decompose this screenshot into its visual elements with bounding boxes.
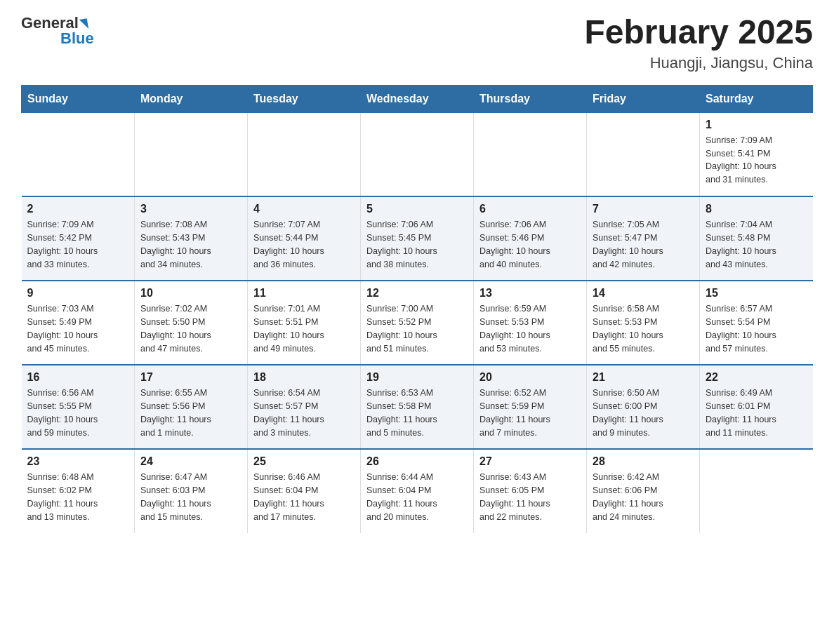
day-number: 21 <box>593 371 694 384</box>
day-info: Sunrise: 6:53 AM Sunset: 5:58 PM Dayligh… <box>366 387 468 439</box>
day-number: 23 <box>27 455 129 468</box>
day-of-week-header: Monday <box>135 85 248 112</box>
day-info: Sunrise: 7:04 AM Sunset: 5:48 PM Dayligh… <box>706 218 807 271</box>
day-number: 12 <box>366 287 468 300</box>
logo-blue-text: Blue <box>60 29 94 48</box>
day-info: Sunrise: 6:50 AM Sunset: 6:00 PM Dayligh… <box>593 387 694 439</box>
calendar-cell: 4Sunrise: 7:07 AM Sunset: 5:44 PM Daylig… <box>248 196 361 281</box>
calendar-cell: 26Sunrise: 6:44 AM Sunset: 6:04 PM Dayli… <box>361 449 474 533</box>
calendar-subtitle: Huangji, Jiangsu, China <box>584 54 813 72</box>
logo: General Blue <box>21 14 94 48</box>
day-of-week-header: Friday <box>587 85 700 112</box>
day-info: Sunrise: 7:01 AM Sunset: 5:51 PM Dayligh… <box>253 302 355 355</box>
day-info: Sunrise: 6:54 AM Sunset: 5:57 PM Dayligh… <box>253 387 355 439</box>
day-info: Sunrise: 7:06 AM Sunset: 5:46 PM Dayligh… <box>479 218 581 271</box>
day-number: 11 <box>253 287 355 300</box>
day-number: 27 <box>479 455 581 468</box>
calendar-cell <box>587 112 700 196</box>
day-number: 9 <box>27 287 129 300</box>
calendar-cell: 5Sunrise: 7:06 AM Sunset: 5:45 PM Daylig… <box>361 196 474 281</box>
calendar-cell: 17Sunrise: 6:55 AM Sunset: 5:56 PM Dayli… <box>135 365 248 449</box>
day-info: Sunrise: 6:52 AM Sunset: 5:59 PM Dayligh… <box>479 387 581 439</box>
day-info: Sunrise: 6:43 AM Sunset: 6:05 PM Dayligh… <box>479 471 581 523</box>
calendar-cell: 15Sunrise: 6:57 AM Sunset: 5:54 PM Dayli… <box>700 281 813 365</box>
page-header: General Blue February 2025 Huangji, Jian… <box>21 14 813 72</box>
calendar-cell: 27Sunrise: 6:43 AM Sunset: 6:05 PM Dayli… <box>474 449 587 533</box>
day-info: Sunrise: 7:05 AM Sunset: 5:47 PM Dayligh… <box>593 218 694 271</box>
calendar-cell <box>135 112 248 196</box>
calendar-cell: 11Sunrise: 7:01 AM Sunset: 5:51 PM Dayli… <box>248 281 361 365</box>
calendar-cell: 20Sunrise: 6:52 AM Sunset: 5:59 PM Dayli… <box>474 365 587 449</box>
calendar-cell: 6Sunrise: 7:06 AM Sunset: 5:46 PM Daylig… <box>474 196 587 281</box>
calendar-header-row: SundayMondayTuesdayWednesdayThursdayFrid… <box>22 85 813 112</box>
day-number: 20 <box>479 371 581 384</box>
calendar-cell: 19Sunrise: 6:53 AM Sunset: 5:58 PM Dayli… <box>361 365 474 449</box>
day-number: 13 <box>479 287 581 300</box>
day-info: Sunrise: 7:02 AM Sunset: 5:50 PM Dayligh… <box>140 302 241 355</box>
day-number: 16 <box>27 371 129 384</box>
day-number: 28 <box>593 455 694 468</box>
calendar-cell: 10Sunrise: 7:02 AM Sunset: 5:50 PM Dayli… <box>135 281 248 365</box>
day-info: Sunrise: 6:58 AM Sunset: 5:53 PM Dayligh… <box>593 302 694 355</box>
calendar-cell <box>361 112 474 196</box>
day-info: Sunrise: 7:06 AM Sunset: 5:45 PM Dayligh… <box>366 218 468 271</box>
day-number: 2 <box>27 203 129 215</box>
day-info: Sunrise: 7:03 AM Sunset: 5:49 PM Dayligh… <box>27 302 129 355</box>
day-info: Sunrise: 6:44 AM Sunset: 6:04 PM Dayligh… <box>366 471 468 523</box>
day-of-week-header: Thursday <box>474 85 587 112</box>
calendar-cell: 16Sunrise: 6:56 AM Sunset: 5:55 PM Dayli… <box>22 365 135 449</box>
day-number: 24 <box>140 455 241 468</box>
calendar-week-row: 23Sunrise: 6:48 AM Sunset: 6:02 PM Dayli… <box>22 449 813 533</box>
day-info: Sunrise: 7:08 AM Sunset: 5:43 PM Dayligh… <box>140 218 241 271</box>
day-of-week-header: Sunday <box>22 85 135 112</box>
calendar-cell <box>22 112 135 196</box>
calendar-cell: 13Sunrise: 6:59 AM Sunset: 5:53 PM Dayli… <box>474 281 587 365</box>
calendar-week-row: 1Sunrise: 7:09 AM Sunset: 5:41 PM Daylig… <box>22 112 813 196</box>
day-number: 8 <box>706 203 807 215</box>
calendar-cell: 21Sunrise: 6:50 AM Sunset: 6:00 PM Dayli… <box>587 365 700 449</box>
calendar-cell <box>700 449 813 533</box>
day-of-week-header: Saturday <box>700 85 813 112</box>
calendar-cell: 24Sunrise: 6:47 AM Sunset: 6:03 PM Dayli… <box>135 449 248 533</box>
day-number: 5 <box>366 203 468 215</box>
day-number: 25 <box>253 455 355 468</box>
day-number: 18 <box>253 371 355 384</box>
title-block: February 2025 Huangji, Jiangsu, China <box>584 14 813 72</box>
day-info: Sunrise: 6:48 AM Sunset: 6:02 PM Dayligh… <box>27 471 129 523</box>
day-info: Sunrise: 6:59 AM Sunset: 5:53 PM Dayligh… <box>479 302 581 355</box>
calendar-cell: 7Sunrise: 7:05 AM Sunset: 5:47 PM Daylig… <box>587 196 700 281</box>
day-info: Sunrise: 6:56 AM Sunset: 5:55 PM Dayligh… <box>27 387 129 439</box>
day-number: 22 <box>706 371 807 384</box>
calendar-cell: 3Sunrise: 7:08 AM Sunset: 5:43 PM Daylig… <box>135 196 248 281</box>
calendar-cell: 1Sunrise: 7:09 AM Sunset: 5:41 PM Daylig… <box>700 112 813 196</box>
day-number: 7 <box>593 203 694 215</box>
day-info: Sunrise: 7:07 AM Sunset: 5:44 PM Dayligh… <box>253 218 355 271</box>
calendar-week-row: 2Sunrise: 7:09 AM Sunset: 5:42 PM Daylig… <box>22 196 813 281</box>
calendar-title: February 2025 <box>584 14 813 51</box>
day-of-week-header: Wednesday <box>361 85 474 112</box>
day-info: Sunrise: 6:55 AM Sunset: 5:56 PM Dayligh… <box>140 387 241 439</box>
day-number: 26 <box>366 455 468 468</box>
day-info: Sunrise: 6:47 AM Sunset: 6:03 PM Dayligh… <box>140 471 241 523</box>
calendar-cell: 28Sunrise: 6:42 AM Sunset: 6:06 PM Dayli… <box>587 449 700 533</box>
day-number: 6 <box>479 203 581 215</box>
day-info: Sunrise: 7:09 AM Sunset: 5:41 PM Dayligh… <box>706 134 807 187</box>
day-info: Sunrise: 7:00 AM Sunset: 5:52 PM Dayligh… <box>366 302 468 355</box>
day-number: 14 <box>593 287 694 300</box>
calendar-cell: 25Sunrise: 6:46 AM Sunset: 6:04 PM Dayli… <box>248 449 361 533</box>
day-info: Sunrise: 6:42 AM Sunset: 6:06 PM Dayligh… <box>593 471 694 523</box>
day-of-week-header: Tuesday <box>248 85 361 112</box>
day-info: Sunrise: 6:49 AM Sunset: 6:01 PM Dayligh… <box>706 387 807 439</box>
calendar-cell: 23Sunrise: 6:48 AM Sunset: 6:02 PM Dayli… <box>22 449 135 533</box>
calendar-cell: 8Sunrise: 7:04 AM Sunset: 5:48 PM Daylig… <box>700 196 813 281</box>
calendar-cell: 18Sunrise: 6:54 AM Sunset: 5:57 PM Dayli… <box>248 365 361 449</box>
calendar-cell <box>248 112 361 196</box>
calendar-cell: 2Sunrise: 7:09 AM Sunset: 5:42 PM Daylig… <box>22 196 135 281</box>
calendar-week-row: 16Sunrise: 6:56 AM Sunset: 5:55 PM Dayli… <box>22 365 813 449</box>
day-info: Sunrise: 6:57 AM Sunset: 5:54 PM Dayligh… <box>706 302 807 355</box>
calendar-cell <box>474 112 587 196</box>
day-number: 3 <box>140 203 241 215</box>
day-number: 17 <box>140 371 241 384</box>
calendar-table: SundayMondayTuesdayWednesdayThursdayFrid… <box>21 85 813 534</box>
day-number: 19 <box>366 371 468 384</box>
